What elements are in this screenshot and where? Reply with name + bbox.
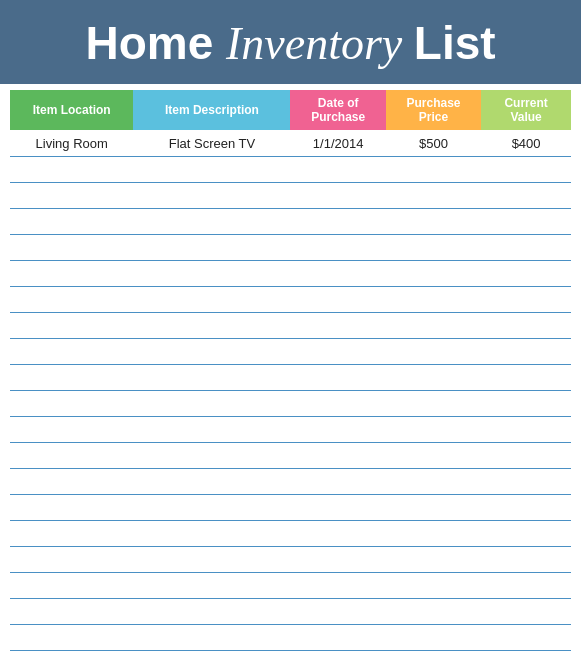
cell-description: Flat Screen TV — [133, 130, 290, 156]
cell-purchase_price — [386, 598, 481, 624]
cell-purchase_price — [386, 312, 481, 338]
cell-description — [133, 442, 290, 468]
table-row — [10, 598, 571, 624]
cell-date — [290, 598, 385, 624]
table-row — [10, 364, 571, 390]
cell-location — [10, 416, 133, 442]
cell-purchase_price — [386, 364, 481, 390]
cell-purchase_price — [386, 520, 481, 546]
title-inventory: Inventory — [226, 18, 414, 69]
cell-purchase_price — [386, 572, 481, 598]
inventory-table: Item Location Item Description Date ofPu… — [10, 90, 571, 651]
cell-purchase_price — [386, 156, 481, 182]
cell-location — [10, 390, 133, 416]
cell-date — [290, 156, 385, 182]
cell-current_value — [481, 234, 571, 260]
cell-location — [10, 182, 133, 208]
cell-location — [10, 312, 133, 338]
cell-date — [290, 364, 385, 390]
cell-current_value — [481, 416, 571, 442]
table-row — [10, 338, 571, 364]
cell-description — [133, 520, 290, 546]
cell-location — [10, 442, 133, 468]
cell-location — [10, 156, 133, 182]
table-header-row: Item Location Item Description Date ofPu… — [10, 90, 571, 131]
cell-purchase_price — [386, 338, 481, 364]
cell-location — [10, 260, 133, 286]
cell-current_value — [481, 182, 571, 208]
cell-current_value — [481, 312, 571, 338]
cell-date — [290, 572, 385, 598]
page-title: Home Inventory List — [20, 18, 561, 70]
cell-current_value — [481, 364, 571, 390]
table-row — [10, 182, 571, 208]
table-row — [10, 624, 571, 650]
cell-current_value — [481, 390, 571, 416]
table-row — [10, 208, 571, 234]
cell-description — [133, 598, 290, 624]
header-current-value: CurrentValue — [481, 90, 571, 131]
cell-current_value — [481, 208, 571, 234]
cell-purchase_price — [386, 390, 481, 416]
cell-date — [290, 390, 385, 416]
cell-location: Living Room — [10, 130, 133, 156]
cell-date — [290, 182, 385, 208]
cell-current_value — [481, 494, 571, 520]
cell-purchase_price — [386, 416, 481, 442]
cell-location — [10, 286, 133, 312]
cell-location — [10, 624, 133, 650]
cell-location — [10, 208, 133, 234]
cell-date — [290, 312, 385, 338]
cell-description — [133, 156, 290, 182]
cell-location — [10, 468, 133, 494]
table-row — [10, 468, 571, 494]
cell-current_value — [481, 468, 571, 494]
table-row — [10, 390, 571, 416]
cell-description — [133, 260, 290, 286]
cell-description — [133, 208, 290, 234]
cell-current_value — [481, 624, 571, 650]
cell-date — [290, 208, 385, 234]
cell-purchase_price — [386, 182, 481, 208]
cell-current_value — [481, 156, 571, 182]
cell-current_value — [481, 572, 571, 598]
table-row — [10, 442, 571, 468]
table-row — [10, 546, 571, 572]
table-row — [10, 494, 571, 520]
cell-description — [133, 546, 290, 572]
cell-date: 1/1/2014 — [290, 130, 385, 156]
cell-description — [133, 572, 290, 598]
cell-purchase_price — [386, 208, 481, 234]
cell-location — [10, 546, 133, 572]
table-container: Item Location Item Description Date ofPu… — [0, 84, 581, 661]
cell-description — [133, 416, 290, 442]
header-purchase-price: PurchasePrice — [386, 90, 481, 131]
cell-location — [10, 494, 133, 520]
cell-date — [290, 520, 385, 546]
table-row — [10, 520, 571, 546]
page: Home Inventory List Item Location Item D… — [0, 0, 581, 663]
cell-date — [290, 260, 385, 286]
cell-description — [133, 286, 290, 312]
cell-description — [133, 338, 290, 364]
cell-current_value — [481, 286, 571, 312]
cell-location — [10, 598, 133, 624]
table-row: Living RoomFlat Screen TV1/1/2014$500$40… — [10, 130, 571, 156]
cell-purchase_price: $500 — [386, 130, 481, 156]
cell-location — [10, 520, 133, 546]
cell-current_value — [481, 442, 571, 468]
cell-description — [133, 468, 290, 494]
cell-purchase_price — [386, 546, 481, 572]
cell-description — [133, 494, 290, 520]
cell-date — [290, 234, 385, 260]
cell-date — [290, 286, 385, 312]
cell-location — [10, 364, 133, 390]
cell-purchase_price — [386, 260, 481, 286]
cell-purchase_price — [386, 234, 481, 260]
header-description: Item Description — [133, 90, 290, 131]
cell-date — [290, 624, 385, 650]
cell-date — [290, 442, 385, 468]
table-row — [10, 416, 571, 442]
cell-location — [10, 572, 133, 598]
cell-date — [290, 416, 385, 442]
